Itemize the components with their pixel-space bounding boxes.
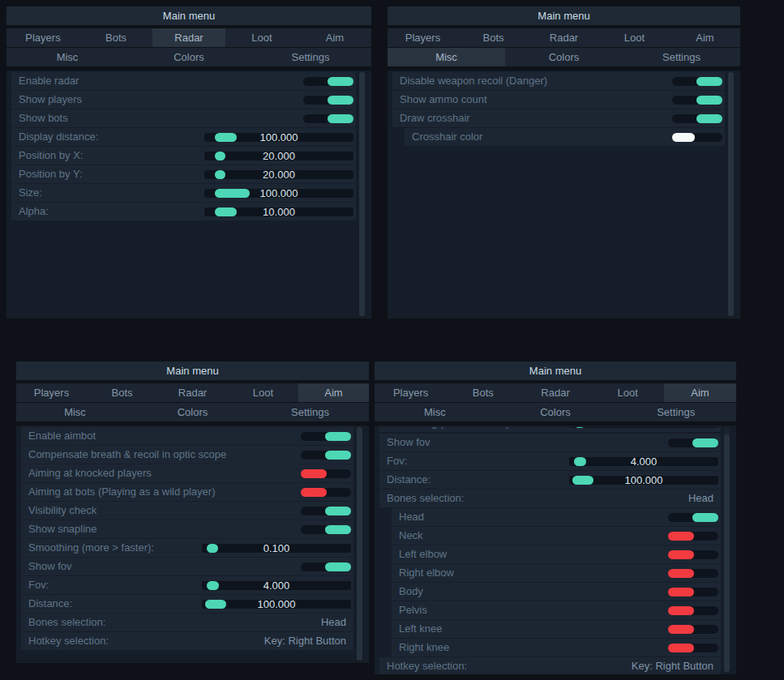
slider-fov[interactable]: 4.000 bbox=[202, 581, 351, 590]
slider-alpha[interactable]: 10.000 bbox=[204, 207, 353, 216]
toggle-aiming-at-bots-playing-as-a-wild-player[interactable] bbox=[301, 488, 351, 497]
tab-radar[interactable]: Radar bbox=[152, 28, 225, 47]
tab-colors[interactable]: Colors bbox=[495, 403, 616, 421]
toggle-show-fov[interactable] bbox=[301, 562, 351, 571]
toggle-show-snapline[interactable] bbox=[301, 525, 351, 534]
tab-loot[interactable]: Loot bbox=[592, 383, 664, 402]
tab-loot[interactable]: Loot bbox=[225, 28, 298, 47]
tab-settings[interactable]: Settings bbox=[250, 48, 371, 66]
scrollbar-thumb[interactable] bbox=[724, 434, 730, 672]
slider-size[interactable]: 100.000 bbox=[204, 189, 353, 198]
row-body: Body bbox=[392, 583, 721, 601]
tab-loot[interactable]: Loot bbox=[228, 383, 298, 402]
scrollbar-thumb[interactable] bbox=[359, 72, 365, 316]
setting-label: Compensate breath & recoil in optic scop… bbox=[28, 446, 226, 464]
toggle-knob bbox=[668, 625, 694, 634]
toggle-right-knee[interactable] bbox=[668, 644, 718, 652]
window-titlebar[interactable]: Main menu bbox=[6, 6, 371, 25]
color-swatch-crosshair-color[interactable] bbox=[672, 133, 722, 142]
toggle-head[interactable] bbox=[668, 513, 718, 522]
tab-colors[interactable]: Colors bbox=[128, 48, 250, 66]
row-compensate-breath-recoil-in-optic-scope: Compensate breath & recoil in optic scop… bbox=[21, 446, 353, 464]
row-bones-selection[interactable]: Bones selection:Head bbox=[379, 490, 721, 507]
setting-label: Left knee bbox=[399, 620, 443, 638]
slider-position-by-x[interactable]: 20.000 bbox=[204, 152, 353, 160]
tab-colors[interactable]: Colors bbox=[505, 48, 623, 66]
row-smoothing-more-faster: Smoothing (more > faster):0.100 bbox=[21, 539, 353, 557]
slider-distance[interactable]: 100.000 bbox=[202, 600, 351, 609]
toggle-draw-crosshair[interactable] bbox=[672, 114, 722, 123]
tab-bots[interactable]: Bots bbox=[447, 383, 519, 402]
slider-smoothing-more-faster[interactable]: 0.100 bbox=[569, 427, 718, 428]
scrollbar bbox=[728, 72, 734, 316]
slider-distance[interactable]: 100.000 bbox=[569, 476, 718, 485]
tab-bots[interactable]: Bots bbox=[458, 28, 529, 47]
tab-players[interactable]: Players bbox=[375, 383, 447, 402]
slider-fov[interactable]: 4.000 bbox=[569, 457, 718, 466]
tab-aim[interactable]: Aim bbox=[298, 28, 371, 47]
row-hotkey-selection[interactable]: Hotkey selection:Key: Right Button bbox=[379, 657, 721, 674]
toggle-compensate-breath-recoil-in-optic-scope[interactable] bbox=[301, 451, 351, 460]
menu-window-radar: Main menuPlayersBotsRadarLootAimMiscColo… bbox=[6, 6, 371, 319]
toggle-right-elbow[interactable] bbox=[668, 569, 718, 578]
toggle-pelvis[interactable] bbox=[668, 606, 718, 615]
tab-loot[interactable]: Loot bbox=[599, 28, 670, 47]
tab-misc[interactable]: Misc bbox=[16, 403, 134, 421]
setting-label: Crosshair color bbox=[412, 128, 482, 146]
toggle-knob bbox=[325, 525, 351, 534]
toggle-body[interactable] bbox=[668, 588, 718, 597]
toggle-visibility-check[interactable] bbox=[301, 507, 351, 515]
row-hotkey-selection[interactable]: Hotkey selection:Key: Right Button bbox=[21, 632, 353, 650]
toggle-show-fov[interactable] bbox=[668, 438, 718, 447]
color-swatch-knob bbox=[672, 133, 695, 142]
tab-players[interactable]: Players bbox=[16, 383, 87, 402]
window-titlebar[interactable]: Main menu bbox=[16, 361, 369, 380]
tab-misc[interactable]: Misc bbox=[6, 48, 128, 66]
tab-radar[interactable]: Radar bbox=[157, 383, 228, 402]
tab-players[interactable]: Players bbox=[388, 28, 458, 47]
scrollbar-thumb[interactable] bbox=[728, 72, 734, 316]
toggle-show-ammo-count[interactable] bbox=[672, 96, 722, 105]
tab-aim[interactable]: Aim bbox=[670, 28, 740, 47]
toggle-knob bbox=[328, 96, 353, 105]
tab-settings[interactable]: Settings bbox=[615, 403, 736, 421]
tab-misc[interactable]: Misc bbox=[375, 403, 495, 421]
selected-value: Head bbox=[321, 614, 346, 631]
setting-label: Fov: bbox=[28, 576, 49, 594]
tab-players[interactable]: Players bbox=[6, 28, 79, 47]
toggle-enable-aimbot[interactable] bbox=[301, 432, 351, 441]
toggle-disable-weapon-recoil-danger[interactable] bbox=[672, 77, 722, 86]
tab-colors[interactable]: Colors bbox=[134, 403, 251, 421]
toggle-left-elbow[interactable] bbox=[668, 550, 718, 559]
tab-radar[interactable]: Radar bbox=[519, 383, 591, 402]
window-titlebar[interactable]: Main menu bbox=[375, 361, 736, 380]
row-aiming-at-knocked-players: Aiming at knocked players bbox=[21, 464, 353, 482]
tab-aim[interactable]: Aim bbox=[298, 383, 369, 402]
setting-label: Aiming at knocked players bbox=[28, 464, 152, 482]
toggle-aiming-at-knocked-players[interactable] bbox=[301, 469, 351, 478]
toggle-enable-radar[interactable] bbox=[303, 77, 353, 86]
window-titlebar[interactable]: Main menu bbox=[388, 6, 740, 25]
tab-bots[interactable]: Bots bbox=[79, 28, 152, 47]
setting-label: Position by Y: bbox=[19, 165, 83, 183]
scrollbar bbox=[724, 427, 730, 672]
slider-position-by-y[interactable]: 20.000 bbox=[204, 170, 353, 179]
settings-list: Smoothing (more > faster):0.100Show fovF… bbox=[379, 427, 721, 674]
slider-display-distance[interactable]: 100.000 bbox=[204, 133, 353, 142]
tab-bots[interactable]: Bots bbox=[87, 383, 157, 402]
toggle-show-players[interactable] bbox=[303, 96, 353, 105]
slider-smoothing-more-faster[interactable]: 0.100 bbox=[202, 544, 351, 553]
tab-radar[interactable]: Radar bbox=[529, 28, 599, 47]
toggle-neck[interactable] bbox=[668, 532, 718, 541]
row-bones-selection[interactable]: Bones selection:Head bbox=[21, 614, 353, 631]
tab-settings[interactable]: Settings bbox=[623, 48, 740, 66]
toggle-show-bots[interactable] bbox=[303, 114, 353, 123]
tab-settings[interactable]: Settings bbox=[251, 403, 369, 421]
settings-list: Enable radarShow playersShow botsDisplay… bbox=[11, 72, 356, 220]
toggle-left-knee[interactable] bbox=[668, 625, 718, 634]
row-smoothing-more-faster: Smoothing (more > faster):0.100 bbox=[379, 427, 721, 432]
tab-aim[interactable]: Aim bbox=[664, 383, 736, 402]
panel-content: Enable radarShow playersShow botsDisplay… bbox=[6, 71, 371, 319]
scrollbar-thumb[interactable] bbox=[357, 427, 362, 661]
tab-misc[interactable]: Misc bbox=[388, 48, 505, 66]
